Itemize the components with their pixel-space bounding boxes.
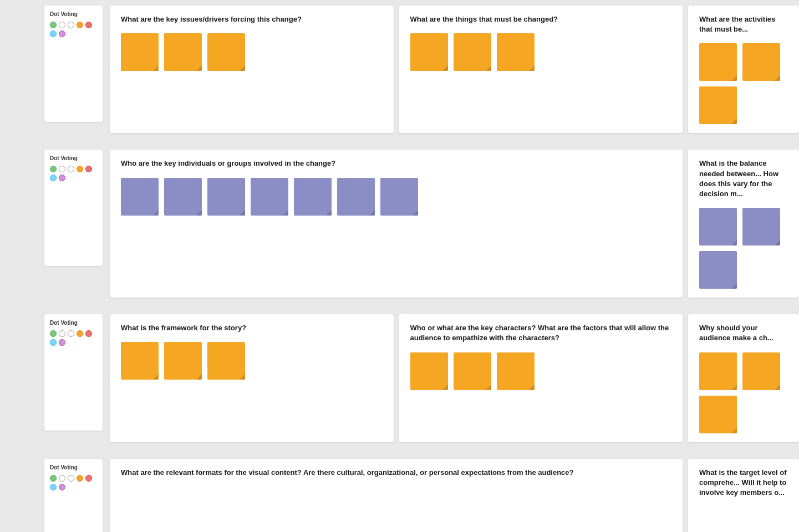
dot-1[interactable]: [50, 330, 57, 337]
sticky-note-3[interactable]: [699, 396, 737, 433]
sticky-notes: [699, 43, 788, 124]
sticky-note-2[interactable]: [742, 43, 780, 81]
row-1: Dot VotingWhat are the key issues/driver…: [0, 0, 799, 139]
panels-container: What are the relevant formats for the vi…: [107, 453, 799, 533]
sticky-notes: [121, 33, 383, 71]
dot-4[interactable]: [77, 330, 83, 337]
dot-3[interactable]: [68, 166, 74, 172]
dot-5[interactable]: [85, 475, 92, 482]
dot-2[interactable]: [59, 475, 65, 482]
dot-2[interactable]: [59, 22, 65, 28]
dot-4[interactable]: [77, 166, 83, 172]
dot-voting-label: Dot Voting: [50, 155, 97, 161]
dot-5[interactable]: [85, 330, 92, 337]
dot-1[interactable]: [50, 22, 57, 28]
card-title: What is the framework for the story?: [121, 323, 383, 333]
sticky-note-7[interactable]: [380, 178, 418, 216]
sticky-note-1[interactable]: [121, 178, 159, 216]
card-panel-2: What are the things that must be changed…: [399, 6, 683, 133]
card-title: Who or what are the key characters? What…: [410, 323, 672, 343]
sticky-notes: [121, 342, 383, 380]
sticky-note-6[interactable]: [337, 178, 375, 216]
dot-4[interactable]: [77, 475, 83, 482]
sticky-note-1[interactable]: [699, 208, 737, 245]
dot-5[interactable]: [85, 166, 92, 172]
sticky-note-3[interactable]: [699, 251, 737, 289]
sticky-note-1[interactable]: [410, 33, 448, 71]
dot-row: [50, 330, 97, 346]
card-title: Why should your audience make a ch...: [699, 323, 788, 343]
sticky-note-2[interactable]: [742, 352, 780, 390]
card-panel-partial-2: What is the target level of comprehe... …: [688, 459, 799, 533]
sticky-note-3[interactable]: [207, 342, 245, 380]
dot-2[interactable]: [59, 330, 65, 337]
card-panel-1: What is the framework for the story?: [110, 314, 394, 442]
sticky-note-2[interactable]: [164, 33, 202, 71]
dot-voting-panel: Dot Voting: [44, 150, 103, 266]
sticky-note-3[interactable]: [207, 178, 245, 216]
dot-1[interactable]: [50, 166, 57, 172]
sticky-note-2[interactable]: [742, 208, 780, 245]
dot-7[interactable]: [59, 30, 65, 37]
sticky-note-3[interactable]: [207, 33, 245, 71]
dot-voting-label: Dot Voting: [50, 464, 97, 470]
card-panel-2: Who or what are the key characters? What…: [399, 314, 683, 442]
dot-2[interactable]: [59, 166, 65, 172]
sticky-note-5[interactable]: [294, 178, 332, 216]
card-title: What is the target level of comprehe... …: [699, 468, 788, 498]
sticky-note-3[interactable]: [699, 86, 737, 124]
card-panel-partial-3: What are the activities that must be...: [688, 6, 799, 133]
dot-row: [50, 22, 97, 37]
card-panel-1: What are the key issues/drivers forcing …: [110, 6, 394, 133]
dot-1[interactable]: [50, 475, 57, 482]
dot-voting-label: Dot Voting: [50, 11, 97, 17]
card-panel-partial-2: What is the balance needed between... Ho…: [688, 150, 799, 298]
sticky-note-1[interactable]: [410, 352, 448, 390]
sticky-notes: [410, 33, 672, 71]
canvas: Dot VotingWhat are the key issues/driver…: [0, 0, 799, 532]
panels-container: What are the key issues/drivers forcing …: [107, 0, 799, 139]
sticky-note-2[interactable]: [164, 342, 202, 380]
card-title: What is the balance needed between... Ho…: [699, 158, 788, 199]
dot-3[interactable]: [68, 22, 74, 28]
dot-3[interactable]: [68, 330, 74, 337]
dot-row: [50, 475, 97, 490]
sticky-notes: [121, 178, 671, 216]
dot-4[interactable]: [77, 22, 83, 28]
sticky-note-1[interactable]: [699, 43, 737, 81]
dot-7[interactable]: [59, 175, 65, 181]
dot-voting-panel: Dot Voting: [44, 314, 103, 431]
sticky-notes: [699, 208, 788, 289]
card-panel-1: What are the relevant formats for the vi…: [110, 459, 683, 533]
dot-7[interactable]: [59, 484, 65, 490]
dot-voting-panel: Dot Voting: [44, 459, 103, 533]
dot-6[interactable]: [50, 175, 57, 181]
sticky-note-2[interactable]: [454, 352, 491, 390]
sticky-note-1[interactable]: [121, 342, 159, 380]
sticky-notes: [699, 352, 788, 433]
dot-6[interactable]: [50, 30, 57, 37]
dot-6[interactable]: [50, 339, 57, 346]
card-panel-partial-3: Why should your audience make a ch...: [688, 314, 799, 442]
panels-container: Who are the key individuals or groups in…: [107, 144, 799, 303]
dot-voting-label: Dot Voting: [50, 320, 97, 326]
sticky-note-3[interactable]: [497, 352, 535, 390]
sticky-note-2[interactable]: [454, 33, 491, 71]
sticky-note-4[interactable]: [251, 178, 288, 216]
row-3: Dot VotingWhat is the framework for the …: [0, 309, 799, 447]
panels-container: What is the framework for the story?Who …: [107, 309, 799, 447]
sticky-note-1[interactable]: [699, 352, 737, 390]
card-title: What are the things that must be changed…: [410, 14, 672, 24]
dot-7[interactable]: [59, 339, 65, 346]
sticky-note-2[interactable]: [164, 178, 202, 216]
dot-3[interactable]: [68, 475, 74, 482]
sticky-note-1[interactable]: [121, 33, 159, 71]
dot-5[interactable]: [85, 22, 92, 28]
row-4: Dot VotingWhat are the relevant formats …: [0, 453, 799, 533]
dot-voting-panel: Dot Voting: [44, 6, 103, 122]
card-panel-1: Who are the key individuals or groups in…: [110, 150, 683, 298]
dot-6[interactable]: [50, 484, 57, 490]
sticky-notes: [410, 352, 672, 390]
card-title: What are the key issues/drivers forcing …: [121, 14, 383, 24]
sticky-note-3[interactable]: [497, 33, 535, 71]
